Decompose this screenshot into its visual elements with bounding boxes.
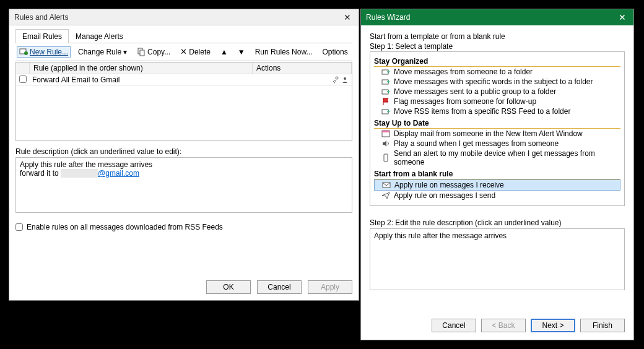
run-rules-button[interactable]: Run Rules Now... xyxy=(253,46,315,58)
template-item-selected[interactable]: Apply rule on messages I receive xyxy=(374,179,620,191)
cancel-button[interactable]: Cancel xyxy=(257,280,302,294)
new-rule-button[interactable]: New Rule... xyxy=(17,46,71,58)
rules-list: Rule (applied in the order shown) Action… xyxy=(15,62,352,141)
triangle-up-icon: ▲ xyxy=(220,48,228,56)
chevron-down-icon: ▾ xyxy=(123,48,127,56)
forward-address-link[interactable]: xxxx@gmail.com xyxy=(61,169,139,178)
person-icon[interactable] xyxy=(341,75,349,84)
section-stay-organized: Stay Organized xyxy=(374,57,620,67)
desc-line2: forward it to xxxx@gmail.com xyxy=(20,169,348,178)
template-item[interactable]: Move messages with specific words in the… xyxy=(374,77,620,87)
copy-icon xyxy=(137,48,146,56)
step2-text: Apply this rule after the message arrive… xyxy=(374,231,620,240)
step1-label: Step 1: Select a template xyxy=(370,41,625,51)
svg-rect-11 xyxy=(382,131,389,132)
titlebar: Rules Wizard ✕ xyxy=(361,9,633,25)
titlebar: Rules and Alerts ✕ xyxy=(9,9,359,25)
close-icon[interactable]: ✕ xyxy=(336,9,359,25)
rule-description-box: Apply this rule after the message arrive… xyxy=(15,157,352,213)
rss-checkbox[interactable] xyxy=(15,223,23,231)
step2-label: Step 2: Edit the rule description (click… xyxy=(370,218,625,227)
folder-move-icon xyxy=(381,77,390,86)
template-item[interactable]: Move RSS items from a specific RSS Feed … xyxy=(374,106,620,116)
template-item[interactable]: Display mail from someone in the New Ite… xyxy=(374,129,620,139)
cancel-button[interactable]: Cancel xyxy=(432,319,476,332)
window-title: Rules Wizard xyxy=(366,13,410,22)
tab-manage-alerts[interactable]: Manage Alerts xyxy=(69,29,130,43)
ok-button[interactable]: OK xyxy=(206,280,251,294)
change-rule-button[interactable]: Change Rule ▾ xyxy=(76,46,129,58)
section-blank-rule: Start from a blank rule xyxy=(374,170,620,179)
template-item[interactable]: Play a sound when I get messages from so… xyxy=(374,139,620,149)
rule-description-label: Rule description (click an underlined va… xyxy=(15,147,352,156)
folder-move-icon xyxy=(381,87,390,96)
template-item[interactable]: Move messages sent to a public group to … xyxy=(374,87,620,97)
alert-window-icon xyxy=(381,129,390,138)
move-down-button[interactable]: ▼ xyxy=(235,46,248,58)
wizard-intro: Start from a template or from a blank ru… xyxy=(370,32,625,41)
col-actions[interactable]: Actions xyxy=(253,62,352,74)
template-item[interactable]: Flag messages from someone for follow-up xyxy=(374,97,620,106)
move-up-button[interactable]: ▲ xyxy=(218,46,230,58)
triangle-down-icon: ▼ xyxy=(238,48,245,56)
options-button[interactable]: Options xyxy=(320,46,350,58)
template-item[interactable]: Move messages from someone to a folder xyxy=(374,67,620,77)
template-item[interactable]: Apply rule on messages I send xyxy=(374,191,620,200)
back-button[interactable]: < Back xyxy=(481,319,526,332)
svg-point-5 xyxy=(344,77,346,80)
svg-point-1 xyxy=(24,51,28,55)
toolbar: New Rule... Change Rule ▾ Copy... ✕ Dele… xyxy=(15,43,352,61)
send-icon xyxy=(381,191,390,200)
apply-button[interactable]: Apply xyxy=(308,280,352,294)
delete-button[interactable]: ✕ Delete xyxy=(178,46,213,58)
wizard-buttons: Cancel < Back Next > Finish xyxy=(361,311,633,340)
svg-point-4 xyxy=(336,77,338,79)
dialog-buttons: OK Cancel Apply xyxy=(15,274,352,294)
close-icon[interactable]: ✕ xyxy=(611,9,633,25)
envelope-icon xyxy=(382,181,391,189)
template-item[interactable]: Send an alert to my mobile device when I… xyxy=(374,149,620,167)
rule-enabled-checkbox[interactable] xyxy=(19,75,27,83)
mobile-icon xyxy=(381,153,390,162)
wrench-icon[interactable] xyxy=(331,75,339,84)
flag-icon xyxy=(381,97,390,106)
desc-line1: Apply this rule after the message arrive… xyxy=(20,160,348,169)
svg-rect-3 xyxy=(140,50,144,56)
folder-move-icon xyxy=(381,67,390,76)
window-title: Rules and Alerts xyxy=(14,13,68,22)
svg-rect-12 xyxy=(384,154,388,162)
template-list: Stay Organized Move messages from someon… xyxy=(370,51,625,206)
finish-button[interactable]: Finish xyxy=(580,319,625,332)
tab-email-rules[interactable]: Email Rules xyxy=(15,29,69,43)
new-rule-icon xyxy=(19,48,28,56)
section-stay-up-to-date: Stay Up to Date xyxy=(374,119,620,129)
sound-icon xyxy=(381,139,390,148)
tabs: Email Rules Manage Alerts xyxy=(15,29,352,43)
list-item[interactable]: Forward All Email to Gmail xyxy=(16,74,352,86)
rule-name: Forward All Email to Gmail xyxy=(30,74,253,85)
copy-button[interactable]: Copy... xyxy=(134,46,173,58)
rules-and-alerts-dialog: Rules and Alerts ✕ Email Rules Manage Al… xyxy=(9,9,359,301)
rules-list-header: Rule (applied in the order shown) Action… xyxy=(16,62,352,74)
rss-move-icon xyxy=(381,107,390,116)
rules-wizard-dialog: Rules Wizard ✕ Start from a template or … xyxy=(360,9,634,340)
delete-icon: ✕ xyxy=(180,47,187,56)
col-rule[interactable]: Rule (applied in the order shown) xyxy=(30,62,253,74)
next-button[interactable]: Next > xyxy=(531,319,575,332)
rss-checkbox-row[interactable]: Enable rules on all messages downloaded … xyxy=(15,223,352,231)
step2-description-box: Apply this rule after the message arrive… xyxy=(370,228,625,290)
